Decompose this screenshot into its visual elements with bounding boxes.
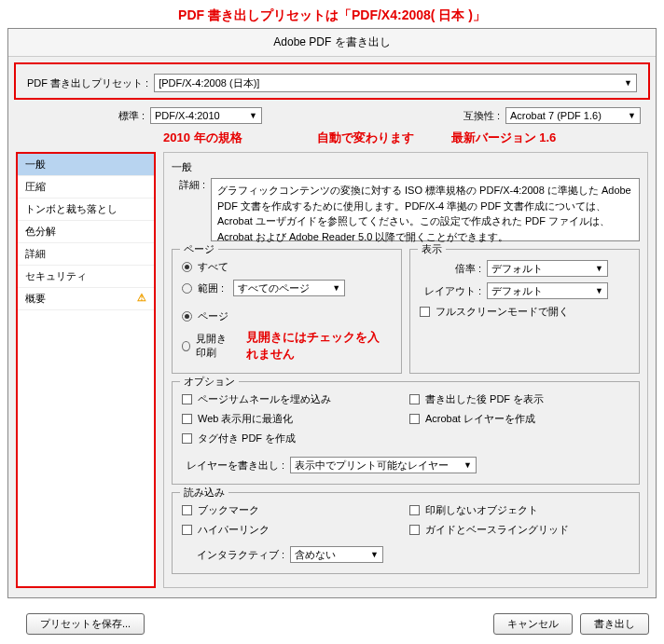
layout-select[interactable]: デフォルト ▼ <box>487 282 608 299</box>
export-layers-label: レイヤーを書き出し : <box>182 459 284 473</box>
range-select[interactable]: すべてのページ ▼ <box>233 280 345 296</box>
sidebar-item-compression[interactable]: 圧縮 <box>18 176 154 199</box>
export-button[interactable]: 書き出し <box>580 613 649 635</box>
checkbox-icon <box>409 394 420 404</box>
radio-spread[interactable]: 見開き印刷 見開きにはチェックを入れません <box>182 326 392 365</box>
fullscreen-check[interactable]: フルスクリーンモードで開く <box>420 302 629 322</box>
radio-spread-label: 見開き印刷 <box>196 332 237 360</box>
zoom-value: デフォルト <box>491 262 543 276</box>
thumb-label: ページサムネールを埋め込み <box>198 392 331 406</box>
category-sidebar: 一般 圧縮 トンボと裁ち落とし 色分解 詳細 セキュリティ 概要 ⚠ <box>16 152 156 588</box>
checkbox-icon <box>182 414 192 424</box>
zoom-select[interactable]: デフォルト ▼ <box>487 260 608 277</box>
layout-value: デフォルト <box>491 284 543 298</box>
checkbox-icon <box>182 525 192 535</box>
export-pdf-dialog: Adobe PDF を書き出し PDF 書き出しプリセット : [PDF/X-4… <box>7 28 657 598</box>
standard-select[interactable]: PDF/X-4:2010 ▼ <box>150 107 262 124</box>
layout-label: レイアウト : <box>420 284 481 298</box>
nonprint-check[interactable]: 印刷しないオブジェクト <box>409 500 629 520</box>
display-legend: 表示 <box>418 242 446 256</box>
tagged-check[interactable]: タグ付き PDF を作成 <box>182 429 402 448</box>
radio-icon <box>182 283 192 294</box>
cancel-button[interactable]: キャンセル <box>493 613 573 635</box>
sidebar-item-marks[interactable]: トンボと裁ち落とし <box>18 199 154 221</box>
pages-fieldset: ページ すべて 範囲 : すべてのページ ▼ <box>172 249 402 374</box>
dialog-title: Adobe PDF を書き出し <box>8 29 656 57</box>
fullscreen-label: フルスクリーンモードで開く <box>436 305 569 319</box>
checkbox-icon <box>182 433 192 444</box>
import-fieldset: 読み込み ブックマーク ハイパーリンク 印刷しないオブジェクト ガイドとベースラ… <box>172 492 640 574</box>
desc-textarea[interactable]: グラフィックコンテンツの変換に対する ISO 標準規格の PDF/X-4:200… <box>211 178 640 241</box>
bookmark-check[interactable]: ブックマーク <box>182 500 402 520</box>
showafter-label: 書き出した後 PDF を表示 <box>425 392 544 406</box>
sidebar-item-label: 概要 <box>25 292 46 306</box>
chevron-down-icon: ▼ <box>595 286 603 295</box>
hyperlink-check[interactable]: ハイパーリンク <box>182 520 402 540</box>
standard-row: 標準 : PDF/X-4:2010 ▼ 互換性 : Acrobat 7 (PDF… <box>8 105 656 128</box>
interactive-value: 含めない <box>295 548 336 562</box>
import-legend: 読み込み <box>180 486 228 500</box>
chevron-down-icon: ▼ <box>370 550 379 559</box>
panel-title: 一般 <box>172 158 640 178</box>
webopt-label: Web 表示用に最適化 <box>198 412 293 426</box>
sidebar-item-security[interactable]: セキュリティ <box>18 266 154 288</box>
chevron-down-icon: ▼ <box>624 78 632 88</box>
sidebar-item-summary[interactable]: 概要 ⚠ <box>18 288 154 310</box>
hyperlink-label: ハイパーリンク <box>198 523 270 537</box>
thumb-check[interactable]: ページサムネールを埋め込み <box>182 390 402 409</box>
radio-all-label: すべて <box>198 260 228 274</box>
preset-row: PDF 書き出しプリセット : [PDF/X-4:2008 (日本)] ▼ <box>14 62 650 100</box>
standard-value: PDF/X-4:2010 <box>155 110 220 121</box>
showafter-check[interactable]: 書き出した後 PDF を表示 <box>409 390 629 409</box>
display-fieldset: 表示 倍率 : デフォルト ▼ レイアウト : デフォルト ▼ <box>409 249 640 374</box>
annotation-std: 2010 年の規格 <box>163 130 242 146</box>
sidebar-item-general[interactable]: 一般 <box>18 154 154 176</box>
annotation-auto: 自動で変わります <box>317 130 414 146</box>
checkbox-icon <box>182 505 192 515</box>
zoom-label: 倍率 : <box>420 262 481 276</box>
checkbox-icon <box>409 505 420 515</box>
main-panel: 一般 詳細 : グラフィックコンテンツの変換に対する ISO 標準規格の PDF… <box>163 152 648 588</box>
interactive-select[interactable]: 含めない ▼ <box>290 546 383 563</box>
annotation-top: PDF 書き出しプリセットは「PDF/X4:2008( 日本 )」 <box>0 0 664 26</box>
export-layers-value: 表示中でプリント可能なレイヤー <box>295 459 449 473</box>
compat-select[interactable]: Acrobat 7 (PDF 1.6) ▼ <box>505 107 641 124</box>
warning-icon: ⚠ <box>137 292 146 306</box>
chevron-down-icon: ▼ <box>249 111 257 120</box>
compat-label: 互換性 : <box>463 109 500 123</box>
radio-icon <box>182 341 190 351</box>
export-layers-select[interactable]: 表示中でプリント可能なレイヤー ▼ <box>290 457 477 473</box>
checkbox-icon <box>182 394 192 404</box>
options-fieldset: オプション ページサムネールを埋め込み Web 表示用に最適化 タグ付き PDF… <box>172 381 640 485</box>
sidebar-item-output[interactable]: 色分解 <box>18 221 154 243</box>
guide-check[interactable]: ガイドとベースライングリッド <box>409 520 629 540</box>
webopt-check[interactable]: Web 表示用に最適化 <box>182 409 402 429</box>
annotation-ver: 最新バージョン 1.6 <box>451 130 557 146</box>
radio-range[interactable]: 範囲 : すべてのページ ▼ <box>182 277 392 299</box>
save-preset-button[interactable]: プリセットを保存... <box>26 613 145 635</box>
standard-label: 標準 : <box>23 109 145 123</box>
radio-page[interactable]: ページ <box>182 307 392 326</box>
acrolayer-label: Acrobat レイヤーを作成 <box>425 412 535 426</box>
range-value: すべてのページ <box>238 281 310 295</box>
dialog-body: 一般 圧縮 トンボと裁ち落とし 色分解 詳細 セキュリティ 概要 ⚠ 一般 詳細… <box>8 152 656 597</box>
dialog-footer: プリセットを保存... キャンセル 書き出し <box>0 606 664 642</box>
preset-value: [PDF/X-4:2008 (日本)] <box>159 76 259 90</box>
description-row: 詳細 : グラフィックコンテンツの変換に対する ISO 標準規格の PDF/X-… <box>172 178 640 241</box>
compat-value: Acrobat 7 (PDF 1.6) <box>510 110 602 121</box>
nonprint-label: 印刷しないオブジェクト <box>425 503 538 517</box>
radio-all[interactable]: すべて <box>182 257 392 277</box>
pages-legend: ページ <box>180 242 218 256</box>
checkbox-icon <box>420 307 430 317</box>
radio-icon <box>182 262 192 272</box>
radio-range-label: 範囲 : <box>198 281 224 295</box>
tagged-label: タグ付き PDF を作成 <box>198 432 296 445</box>
preset-select[interactable]: [PDF/X-4:2008 (日本)] ▼ <box>154 74 637 92</box>
options-legend: オプション <box>180 375 239 389</box>
sidebar-item-advanced[interactable]: 詳細 <box>18 243 154 266</box>
checkbox-icon <box>409 525 420 535</box>
preset-label: PDF 書き出しプリセット : <box>27 76 148 90</box>
acrolayer-check[interactable]: Acrobat レイヤーを作成 <box>409 409 629 429</box>
chevron-down-icon: ▼ <box>463 460 472 470</box>
interactive-label: インタラクティブ : <box>182 548 284 562</box>
